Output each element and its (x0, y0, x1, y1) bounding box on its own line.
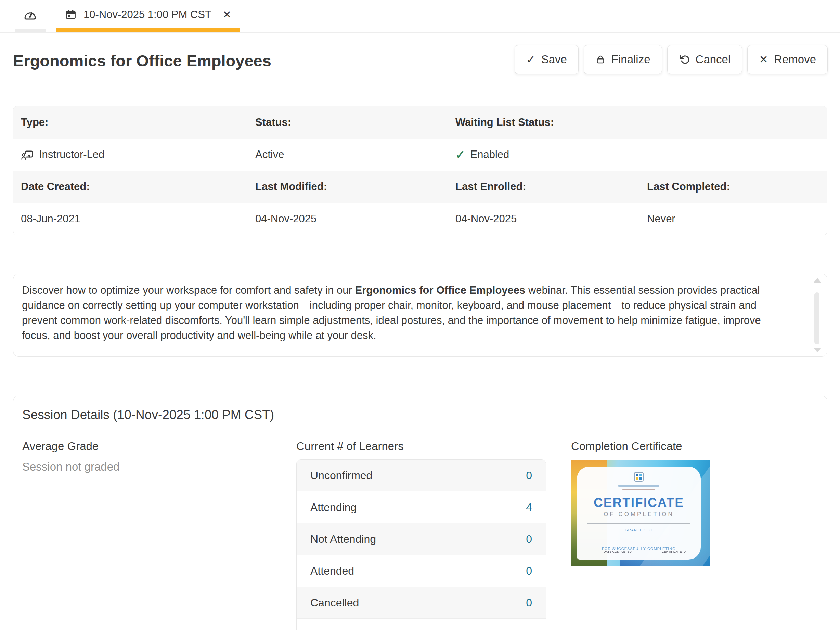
info-header-row-1: Type: Status: Waiting List Status: (13, 106, 827, 139)
learner-count[interactable]: 0 (526, 565, 532, 577)
learner-count[interactable]: 4 (526, 501, 532, 514)
learners-row-unconfirmed: Unconfirmed 0 (297, 460, 546, 491)
type-label: Type: (13, 116, 248, 129)
completion-certificate-label: Completion Certificate (571, 440, 682, 453)
learners-row-partial (297, 619, 546, 630)
cancel-button-label: Cancel (696, 53, 731, 66)
session-details-card: Session Details (10-Nov-2025 1:00 PM CST… (13, 396, 827, 630)
description-card: Discover how to optimize your workspace … (13, 274, 827, 357)
last-enrolled-label: Last Enrolled: (448, 181, 639, 193)
scrollbar-thumb[interactable] (814, 293, 819, 345)
calendar-icon (65, 9, 77, 20)
waiting-list-value-text: Enabled (471, 148, 510, 161)
average-grade-value: Session not graded (22, 460, 119, 473)
learner-status-label: Attended (310, 565, 354, 577)
course-info-card: Type: Status: Waiting List Status: Instr… (13, 106, 827, 235)
last-completed-label: Last Completed: (639, 181, 827, 193)
certificate-logo-subtext-blur (622, 489, 655, 490)
action-buttons: ✓ Save Finalize Cancel ✕ Remove (515, 45, 828, 74)
last-modified-label: Last Modified: (248, 181, 448, 193)
date-created-value: 08-Jun-2021 (13, 213, 248, 225)
description-course-name: Ergonomics for Office Employees (355, 284, 525, 296)
waiting-list-label: Waiting List Status: (448, 116, 639, 129)
last-completed-value: Never (639, 213, 827, 225)
date-created-label: Date Created: (13, 181, 248, 193)
remove-button[interactable]: ✕ Remove (747, 45, 828, 74)
certificate-logo-text-blur (618, 485, 659, 487)
waiting-list-value: ✓ Enabled (448, 148, 639, 161)
type-value-text: Instructor-Led (39, 148, 104, 161)
current-learners-label: Current # of Learners (296, 440, 404, 453)
last-modified-value: 04-Nov-2025 (248, 213, 448, 225)
save-button[interactable]: ✓ Save (515, 45, 579, 74)
info-value-row-2: 08-Jun-2021 04-Nov-2025 04-Nov-2025 Neve… (13, 203, 827, 235)
info-value-row-1: Instructor-Led Active ✓ Enabled (13, 139, 827, 171)
average-grade-label: Average Grade (22, 440, 98, 453)
certificate-id: CERTIFICATE ID (662, 550, 686, 553)
certificate-logo-icon (634, 472, 644, 482)
learners-row-attended: Attended 0 (297, 555, 546, 587)
tab-bar: 10-Nov-2025 1:00 PM CST ✕ (0, 0, 840, 33)
certificate-sheet: CERTIFICATE OF COMPLETION GRANTED TO FOR… (577, 466, 701, 559)
finalize-button[interactable]: Finalize (584, 45, 662, 74)
learner-status-label: Cancelled (310, 597, 359, 609)
last-enrolled-value: 04-Nov-2025 (448, 213, 639, 225)
tab-dashboard-underline (15, 29, 46, 32)
certificate-subtitle: OF COMPLETION (603, 511, 674, 518)
scroll-down-arrow-icon[interactable] (814, 348, 821, 352)
status-value: Active (248, 148, 448, 161)
certificate-date-completed: DATE COMPLETED (603, 550, 632, 553)
certificate-divider (587, 523, 690, 524)
learners-table: Unconfirmed 0 Attending 4 Not Attending … (296, 459, 546, 630)
learners-row-attending: Attending 4 (297, 491, 546, 523)
info-header-row-2: Date Created: Last Modified: Last Enroll… (13, 171, 827, 203)
page-title: Ergonomics for Office Employees (13, 51, 272, 70)
learner-status-label: Not Attending (310, 533, 376, 545)
remove-button-label: Remove (774, 53, 816, 66)
learner-status-label: Attending (310, 501, 357, 514)
save-button-label: Save (541, 53, 567, 66)
tab-label: 10-Nov-2025 1:00 PM CST (84, 9, 212, 21)
description-scrollbar[interactable] (813, 278, 822, 352)
status-label: Status: (248, 116, 448, 129)
description-part1: Discover how to optimize your workspace … (22, 284, 355, 296)
learner-count[interactable]: 0 (526, 469, 532, 482)
finalize-button-label: Finalize (611, 53, 651, 66)
tab-session-date[interactable]: 10-Nov-2025 1:00 PM CST ✕ (56, 0, 240, 29)
remove-icon: ✕ (759, 54, 768, 65)
scroll-up-arrow-icon[interactable] (814, 278, 821, 282)
active-tab-indicator (56, 28, 240, 32)
certificate-footer: DATE COMPLETED CERTIFICATE ID (603, 550, 686, 553)
course-description: Discover how to optimize your workspace … (22, 283, 780, 343)
check-icon: ✓ (526, 54, 535, 65)
certificate-title: CERTIFICATE (594, 496, 684, 510)
tab-dashboard[interactable] (15, 0, 46, 29)
learner-count[interactable]: 0 (526, 597, 532, 609)
learners-row-cancelled: Cancelled 0 (297, 587, 546, 619)
certificate-granted-to: GRANTED TO (625, 528, 653, 532)
tab-close-icon[interactable]: ✕ (223, 9, 231, 20)
completion-certificate-thumbnail[interactable]: CERTIFICATE OF COMPLETION GRANTED TO FOR… (571, 460, 711, 566)
lock-icon (595, 54, 606, 65)
session-details-title: Session Details (10-Nov-2025 1:00 PM CST… (22, 408, 274, 422)
learner-status-label: Unconfirmed (310, 469, 372, 482)
gauge-icon (23, 8, 37, 22)
undo-icon (679, 54, 690, 65)
learner-count[interactable]: 0 (526, 533, 532, 545)
instructor-led-icon (21, 149, 34, 161)
type-value: Instructor-Led (13, 148, 248, 161)
learners-row-not-attending: Not Attending 0 (297, 523, 546, 555)
enabled-check-icon: ✓ (455, 149, 465, 161)
cancel-button[interactable]: Cancel (667, 45, 742, 74)
